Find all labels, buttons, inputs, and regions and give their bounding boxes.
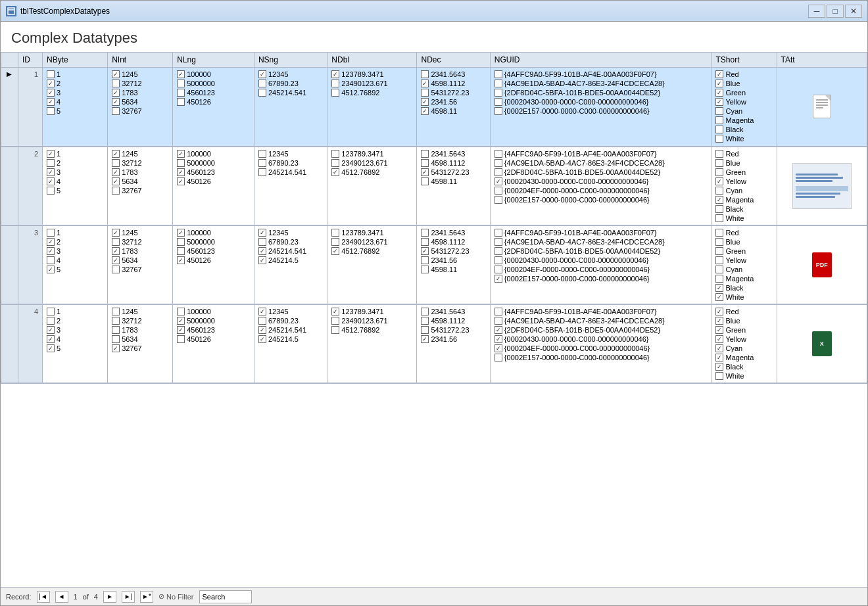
checkbox[interactable] [331, 229, 339, 237]
checkbox[interactable] [47, 229, 55, 237]
checkbox[interactable] [47, 150, 55, 158]
checkbox[interactable] [177, 308, 185, 315]
checkbox[interactable] [331, 247, 339, 255]
checkbox-item[interactable]: Yellow [715, 177, 772, 185]
checkbox-item[interactable]: Green [715, 326, 772, 334]
checkbox-item[interactable]: Green [715, 168, 772, 176]
checkbox[interactable] [421, 317, 429, 325]
checkbox-item[interactable]: 4560123 [177, 168, 250, 176]
checkbox[interactable] [177, 168, 185, 176]
checkbox-item[interactable]: {2DF8D04C-5BFA-101B-BDE5-00AA0044DE52} [494, 247, 708, 255]
checkbox-item[interactable]: 3 [47, 247, 103, 255]
checkbox[interactable] [258, 70, 266, 78]
checkbox[interactable] [258, 247, 266, 255]
checkbox[interactable] [177, 317, 185, 325]
checkbox-item[interactable]: Yellow [715, 335, 772, 343]
col-header-nsng[interactable]: NSng [254, 53, 327, 68]
checkbox-item[interactable]: 67890.23 [258, 159, 323, 167]
checkbox-item[interactable]: 5634 [112, 177, 168, 185]
checkbox[interactable] [494, 344, 502, 352]
checkbox-item[interactable]: 4598.1112 [421, 159, 485, 167]
checkbox[interactable] [715, 266, 723, 273]
checkbox-item[interactable]: 12345 [258, 229, 323, 237]
checkbox-item[interactable]: 4512.76892 [331, 89, 412, 97]
checkbox-item[interactable]: 5000000 [177, 80, 250, 87]
checkbox-item[interactable]: Blue [715, 317, 772, 325]
checkbox[interactable] [715, 229, 723, 237]
checkbox-item[interactable]: Blue [715, 159, 772, 167]
checkbox[interactable] [715, 284, 723, 292]
checkbox-item[interactable]: 32712 [112, 80, 168, 87]
checkbox[interactable] [494, 308, 502, 315]
checkbox[interactable] [47, 98, 55, 106]
checkbox-item[interactable]: {4AC9E1DA-5BAD-4AC7-86E3-24F4CDCECA28} [494, 238, 708, 246]
checkbox-item[interactable]: 23490123.671 [331, 80, 412, 87]
checkbox[interactable] [715, 317, 723, 325]
checkbox[interactable] [494, 238, 502, 246]
checkbox-item[interactable]: 1245 [112, 70, 168, 78]
checkbox-item[interactable]: 100000 [177, 150, 250, 158]
checkbox-item[interactable]: 2341.56 [421, 256, 485, 264]
checkbox-item[interactable]: 4512.76892 [331, 247, 412, 255]
checkbox[interactable] [177, 89, 185, 97]
checkbox[interactable] [715, 98, 723, 106]
checkbox-item[interactable]: 123789.3471 [331, 70, 412, 78]
checkbox[interactable] [47, 266, 55, 273]
checkbox[interactable] [258, 150, 266, 158]
checkbox[interactable] [47, 238, 55, 246]
checkbox-item[interactable]: 12345 [258, 70, 323, 78]
checkbox[interactable] [177, 70, 185, 78]
checkbox[interactable] [258, 326, 266, 334]
checkbox[interactable] [112, 187, 120, 195]
checkbox[interactable] [421, 308, 429, 315]
checkbox[interactable] [715, 168, 723, 176]
checkbox-item[interactable]: 245214.5 [258, 335, 323, 343]
checkbox-item[interactable]: Magenta [715, 196, 772, 204]
checkbox[interactable] [494, 177, 502, 185]
checkbox[interactable] [715, 275, 723, 283]
checkbox[interactable] [112, 335, 120, 343]
checkbox[interactable] [177, 238, 185, 246]
checkbox-item[interactable]: 4598.11 [421, 177, 485, 185]
checkbox-item[interactable]: Cyan [715, 266, 772, 273]
checkbox-item[interactable]: {000204EF-0000-0000-C000-000000000046} [494, 344, 708, 352]
checkbox-item[interactable]: {4AFFC9A0-5F99-101B-AF4E-00AA003F0F07} [494, 308, 708, 315]
checkbox-item[interactable]: 23490123.671 [331, 238, 412, 246]
checkbox[interactable] [331, 150, 339, 158]
checkbox-item[interactable]: 23490123.671 [331, 317, 412, 325]
checkbox[interactable] [494, 107, 502, 115]
checkbox-item[interactable]: 32712 [112, 317, 168, 325]
checkbox[interactable] [47, 326, 55, 334]
checkbox[interactable] [715, 247, 723, 255]
checkbox[interactable] [494, 275, 502, 283]
checkbox[interactable] [47, 308, 55, 315]
checkbox[interactable] [421, 326, 429, 334]
checkbox-item[interactable]: 4598.11 [421, 266, 485, 273]
checkbox-item[interactable]: 67890.23 [258, 317, 323, 325]
checkbox-item[interactable]: Cyan [715, 344, 772, 352]
checkbox-item[interactable]: Cyan [715, 107, 772, 115]
checkbox[interactable] [421, 177, 429, 185]
checkbox-item[interactable]: 4512.76892 [331, 168, 412, 176]
checkbox[interactable] [715, 205, 723, 213]
checkbox-item[interactable]: 12345 [258, 150, 323, 158]
checkbox[interactable] [112, 107, 120, 115]
checkbox-item[interactable]: 32712 [112, 159, 168, 167]
checkbox-item[interactable]: 32767 [112, 187, 168, 195]
checkbox[interactable] [494, 266, 502, 273]
checkbox-item[interactable]: 245214.5 [258, 256, 323, 264]
checkbox[interactable] [421, 168, 429, 176]
checkbox[interactable] [494, 89, 502, 97]
checkbox[interactable] [47, 335, 55, 343]
checkbox-item[interactable]: {4AFFC9A0-5F99-101B-AF4E-00AA003F0F07} [494, 150, 708, 158]
table-container[interactable]: ID NByte NInt NLng NSng NDbl NDec NGUID … [1, 52, 867, 587]
checkbox-item[interactable]: Yellow [715, 98, 772, 106]
checkbox[interactable] [421, 229, 429, 237]
checkbox[interactable] [258, 256, 266, 264]
checkbox-item[interactable]: {00020430-0000-0000-C000-000000000046} [494, 335, 708, 343]
checkbox[interactable] [258, 238, 266, 246]
checkbox[interactable] [421, 150, 429, 158]
checkbox[interactable] [331, 80, 339, 87]
checkbox[interactable] [421, 159, 429, 167]
checkbox[interactable] [177, 98, 185, 106]
